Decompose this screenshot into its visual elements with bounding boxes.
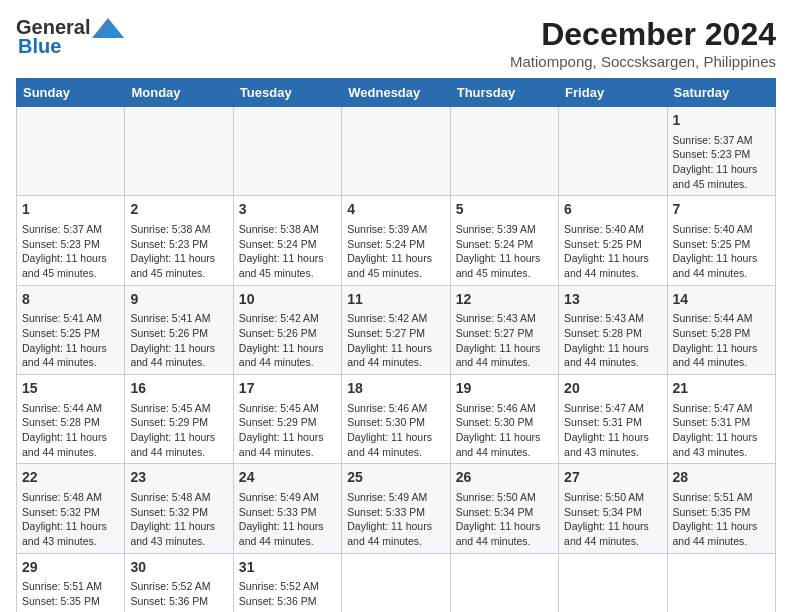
logo-blue: Blue — [18, 35, 61, 58]
day-number: 16 — [130, 379, 227, 399]
calendar-cell — [17, 107, 125, 196]
day-info: Sunrise: 5:46 AM Sunset: 5:30 PM Dayligh… — [347, 401, 444, 460]
day-info: Sunrise: 5:51 AM Sunset: 5:35 PM Dayligh… — [673, 490, 770, 549]
calendar-cell: 1Sunrise: 5:37 AM Sunset: 5:23 PM Daylig… — [17, 196, 125, 285]
day-info: Sunrise: 5:51 AM Sunset: 5:35 PM Dayligh… — [22, 579, 119, 612]
day-number: 5 — [456, 200, 553, 220]
calendar-week-1: 1Sunrise: 5:37 AM Sunset: 5:23 PM Daylig… — [17, 107, 776, 196]
calendar-cell — [233, 107, 341, 196]
header-friday: Friday — [559, 79, 667, 107]
day-number: 11 — [347, 290, 444, 310]
day-number: 20 — [564, 379, 661, 399]
day-number: 18 — [347, 379, 444, 399]
day-number: 4 — [347, 200, 444, 220]
calendar-cell: 17Sunrise: 5:45 AM Sunset: 5:29 PM Dayli… — [233, 375, 341, 464]
day-number: 1 — [673, 111, 770, 131]
day-number: 21 — [673, 379, 770, 399]
calendar-cell: 8Sunrise: 5:41 AM Sunset: 5:25 PM Daylig… — [17, 285, 125, 374]
day-info: Sunrise: 5:44 AM Sunset: 5:28 PM Dayligh… — [673, 311, 770, 370]
day-info: Sunrise: 5:40 AM Sunset: 5:25 PM Dayligh… — [673, 222, 770, 281]
day-number: 14 — [673, 290, 770, 310]
day-info: Sunrise: 5:42 AM Sunset: 5:27 PM Dayligh… — [347, 311, 444, 370]
day-info: Sunrise: 5:37 AM Sunset: 5:23 PM Dayligh… — [22, 222, 119, 281]
calendar-cell: 1Sunrise: 5:37 AM Sunset: 5:23 PM Daylig… — [667, 107, 775, 196]
calendar-week-6: 29Sunrise: 5:51 AM Sunset: 5:35 PM Dayli… — [17, 553, 776, 612]
calendar-cell: 10Sunrise: 5:42 AM Sunset: 5:26 PM Dayli… — [233, 285, 341, 374]
header-sunday: Sunday — [17, 79, 125, 107]
day-info: Sunrise: 5:37 AM Sunset: 5:23 PM Dayligh… — [673, 133, 770, 192]
calendar-cell — [450, 553, 558, 612]
day-number: 29 — [22, 558, 119, 578]
calendar-cell: 7Sunrise: 5:40 AM Sunset: 5:25 PM Daylig… — [667, 196, 775, 285]
calendar-cell: 22Sunrise: 5:48 AM Sunset: 5:32 PM Dayli… — [17, 464, 125, 553]
calendar-header-row: SundayMondayTuesdayWednesdayThursdayFrid… — [17, 79, 776, 107]
calendar-cell: 16Sunrise: 5:45 AM Sunset: 5:29 PM Dayli… — [125, 375, 233, 464]
day-number: 1 — [22, 200, 119, 220]
calendar-cell: 3Sunrise: 5:38 AM Sunset: 5:24 PM Daylig… — [233, 196, 341, 285]
header-saturday: Saturday — [667, 79, 775, 107]
calendar-cell: 14Sunrise: 5:44 AM Sunset: 5:28 PM Dayli… — [667, 285, 775, 374]
day-number: 22 — [22, 468, 119, 488]
day-number: 30 — [130, 558, 227, 578]
calendar-cell: 31Sunrise: 5:52 AM Sunset: 5:36 PM Dayli… — [233, 553, 341, 612]
day-info: Sunrise: 5:38 AM Sunset: 5:24 PM Dayligh… — [239, 222, 336, 281]
calendar-cell: 9Sunrise: 5:41 AM Sunset: 5:26 PM Daylig… — [125, 285, 233, 374]
day-info: Sunrise: 5:43 AM Sunset: 5:27 PM Dayligh… — [456, 311, 553, 370]
calendar-cell — [559, 107, 667, 196]
logo-icon — [92, 18, 124, 38]
header-thursday: Thursday — [450, 79, 558, 107]
calendar-cell: 13Sunrise: 5:43 AM Sunset: 5:28 PM Dayli… — [559, 285, 667, 374]
day-info: Sunrise: 5:45 AM Sunset: 5:29 PM Dayligh… — [130, 401, 227, 460]
calendar-cell: 5Sunrise: 5:39 AM Sunset: 5:24 PM Daylig… — [450, 196, 558, 285]
day-info: Sunrise: 5:38 AM Sunset: 5:23 PM Dayligh… — [130, 222, 227, 281]
page-header: General Blue December 2024 Matiompong, S… — [16, 16, 776, 70]
day-info: Sunrise: 5:40 AM Sunset: 5:25 PM Dayligh… — [564, 222, 661, 281]
calendar-week-3: 8Sunrise: 5:41 AM Sunset: 5:25 PM Daylig… — [17, 285, 776, 374]
calendar-cell: 26Sunrise: 5:50 AM Sunset: 5:34 PM Dayli… — [450, 464, 558, 553]
logo: General Blue — [16, 16, 124, 58]
day-number: 7 — [673, 200, 770, 220]
day-info: Sunrise: 5:41 AM Sunset: 5:25 PM Dayligh… — [22, 311, 119, 370]
day-info: Sunrise: 5:52 AM Sunset: 5:36 PM Dayligh… — [239, 579, 336, 612]
header-tuesday: Tuesday — [233, 79, 341, 107]
calendar-cell — [667, 553, 775, 612]
calendar-cell: 24Sunrise: 5:49 AM Sunset: 5:33 PM Dayli… — [233, 464, 341, 553]
calendar-cell: 6Sunrise: 5:40 AM Sunset: 5:25 PM Daylig… — [559, 196, 667, 285]
calendar-cell: 18Sunrise: 5:46 AM Sunset: 5:30 PM Dayli… — [342, 375, 450, 464]
header-wednesday: Wednesday — [342, 79, 450, 107]
day-number: 31 — [239, 558, 336, 578]
title-block: December 2024 Matiompong, Soccsksargen, … — [510, 16, 776, 70]
day-info: Sunrise: 5:48 AM Sunset: 5:32 PM Dayligh… — [22, 490, 119, 549]
calendar-cell: 4Sunrise: 5:39 AM Sunset: 5:24 PM Daylig… — [342, 196, 450, 285]
day-number: 3 — [239, 200, 336, 220]
calendar-table: SundayMondayTuesdayWednesdayThursdayFrid… — [16, 78, 776, 612]
day-number: 28 — [673, 468, 770, 488]
day-info: Sunrise: 5:46 AM Sunset: 5:30 PM Dayligh… — [456, 401, 553, 460]
calendar-cell: 28Sunrise: 5:51 AM Sunset: 5:35 PM Dayli… — [667, 464, 775, 553]
calendar-week-4: 15Sunrise: 5:44 AM Sunset: 5:28 PM Dayli… — [17, 375, 776, 464]
calendar-cell: 12Sunrise: 5:43 AM Sunset: 5:27 PM Dayli… — [450, 285, 558, 374]
page-title: December 2024 — [510, 16, 776, 53]
calendar-cell — [342, 553, 450, 612]
day-info: Sunrise: 5:43 AM Sunset: 5:28 PM Dayligh… — [564, 311, 661, 370]
calendar-cell: 11Sunrise: 5:42 AM Sunset: 5:27 PM Dayli… — [342, 285, 450, 374]
day-number: 19 — [456, 379, 553, 399]
day-number: 8 — [22, 290, 119, 310]
day-number: 17 — [239, 379, 336, 399]
day-info: Sunrise: 5:49 AM Sunset: 5:33 PM Dayligh… — [239, 490, 336, 549]
day-number: 15 — [22, 379, 119, 399]
calendar-cell: 25Sunrise: 5:49 AM Sunset: 5:33 PM Dayli… — [342, 464, 450, 553]
day-number: 2 — [130, 200, 227, 220]
calendar-cell: 29Sunrise: 5:51 AM Sunset: 5:35 PM Dayli… — [17, 553, 125, 612]
calendar-cell: 23Sunrise: 5:48 AM Sunset: 5:32 PM Dayli… — [125, 464, 233, 553]
day-info: Sunrise: 5:39 AM Sunset: 5:24 PM Dayligh… — [347, 222, 444, 281]
day-info: Sunrise: 5:50 AM Sunset: 5:34 PM Dayligh… — [564, 490, 661, 549]
day-number: 13 — [564, 290, 661, 310]
calendar-cell: 15Sunrise: 5:44 AM Sunset: 5:28 PM Dayli… — [17, 375, 125, 464]
calendar-cell: 20Sunrise: 5:47 AM Sunset: 5:31 PM Dayli… — [559, 375, 667, 464]
day-number: 12 — [456, 290, 553, 310]
day-number: 23 — [130, 468, 227, 488]
day-number: 10 — [239, 290, 336, 310]
calendar-cell — [559, 553, 667, 612]
calendar-cell — [342, 107, 450, 196]
